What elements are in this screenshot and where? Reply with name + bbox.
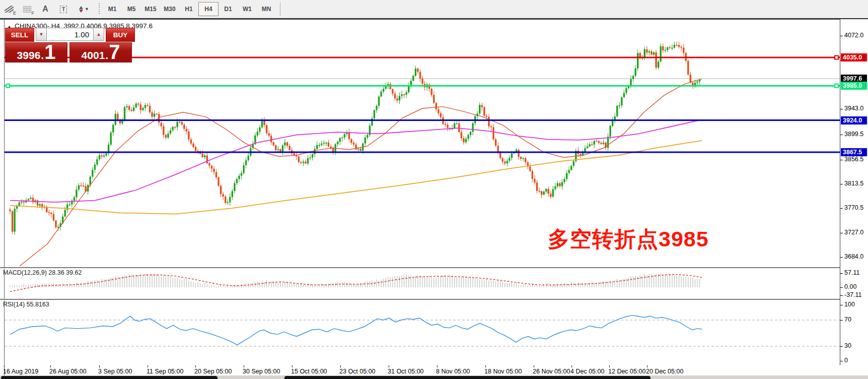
time-axis-label: 30 Sep 05:00 — [243, 368, 280, 375]
timeframe-button-h1[interactable]: H1 — [179, 3, 198, 16]
time-axis-tick — [148, 365, 148, 367]
time-axis-tick — [609, 365, 610, 367]
price-axis-label: 3899.5 — [844, 131, 863, 138]
text-label-tool-button[interactable]: A — [37, 2, 54, 16]
price-badge-3924.0: 3924.0 — [841, 116, 867, 124]
equidistant-channel-tool-button[interactable]: E — [1, 2, 18, 16]
time-axis-tick — [292, 365, 293, 367]
time-axis-tick — [340, 365, 341, 367]
time-axis-tick — [4, 365, 5, 367]
line-handle — [835, 84, 838, 88]
price-axis-label: 3770.5 — [844, 204, 863, 211]
line-handle — [835, 56, 838, 59]
price-axis-tick — [840, 208, 843, 209]
timeframe-button-m5[interactable]: M5 — [122, 3, 141, 16]
chart-window: ▲CHINA300-,H4 3992.0 4006.9 3985.8 3997.… — [0, 19, 868, 375]
buy-price-dot: . — [105, 50, 108, 60]
background-window-edge — [284, 376, 650, 379]
chart-annotation-text: 多空转折点3985 — [548, 225, 709, 254]
rsi-axis-label: 30 — [844, 342, 851, 349]
rsi-label: RSI(14) 55.8163 — [3, 301, 49, 308]
sell-price-display[interactable]: 3996 . 1 — [5, 42, 67, 62]
timeframe-button-m1[interactable]: M1 — [103, 3, 122, 16]
volume-increase-button[interactable]: ▲ — [93, 28, 104, 41]
buy-price-display[interactable]: 4001 . 7 — [69, 42, 132, 62]
price-axis-tick — [840, 184, 843, 184]
text-tool-button[interactable]: T — [55, 2, 72, 16]
time-axis-label: 26 Aug 05:00 — [49, 368, 87, 375]
rsi-axis-tick — [840, 361, 843, 361]
time-axis-tick — [485, 365, 486, 367]
sell-button[interactable]: SELL — [5, 28, 34, 42]
time-axis-tick — [437, 365, 438, 367]
mt4-terminal: E F A T ▼ M1 M5 M15 M30 H1 H4 D1 W1 MN — [0, 0, 868, 379]
time-axis-tick — [571, 365, 572, 367]
background-windows-strip — [0, 375, 868, 379]
sell-price-dot: . — [41, 50, 44, 60]
time-axis-label: 12 Dec 05:00 — [608, 368, 645, 375]
time-axis-label: 11 Sep 05:00 — [147, 368, 183, 375]
macd-axis-tick — [840, 287, 843, 288]
toolbar-separator — [99, 3, 100, 15]
rsi-axis-label: 0 — [844, 357, 848, 364]
rsi-axis-tick — [840, 305, 843, 305]
time-axis-tick — [50, 365, 51, 367]
time-axis-label: 4 Dec 05:00 — [570, 368, 604, 375]
time-axis-tick — [99, 365, 100, 367]
price-badge-3867.5: 3867.5 — [841, 148, 867, 156]
time-axis-tick — [647, 365, 647, 367]
macd-axis-label: 57.11 — [844, 269, 859, 276]
time-axis-label: 20 Dec 05:00 — [646, 368, 683, 375]
macd-axis-tick — [840, 295, 843, 296]
fibonacci-tool-button[interactable]: F — [19, 2, 36, 16]
price-axis-tick — [840, 233, 843, 233]
time-axis-tick — [534, 365, 534, 367]
price-axis-label: 3813.5 — [844, 180, 863, 187]
time-axis-label: 26 Nov 05:00 — [533, 368, 570, 375]
background-window-edge — [1, 376, 218, 379]
timeframe-button-w1[interactable]: W1 — [238, 3, 257, 16]
volume-decrease-button[interactable]: ▼ — [36, 28, 47, 41]
tool-sub-label: E — [13, 11, 16, 16]
price-axis[interactable]: 4072.04029.03943.03899.53856.53813.53770… — [840, 19, 868, 375]
tool-sub-label: F — [32, 11, 35, 16]
time-axis[interactable]: 16 Aug 201926 Aug 05:003 Sep 05:0011 Sep… — [5, 365, 840, 375]
timeframe-button-mn[interactable]: MN — [257, 3, 276, 16]
time-axis-label: 3 Sep 05:00 — [98, 368, 132, 375]
arrows-icon — [79, 6, 83, 13]
time-axis-label: 16 Aug 2019 — [3, 368, 38, 375]
price-axis-label: 4072.0 — [844, 32, 863, 39]
price-axis-tick — [840, 135, 843, 135]
buy-button[interactable]: BUY — [106, 28, 135, 42]
macd-axis-label: 0.00 — [844, 283, 856, 290]
time-axis-label: 23 Oct 05:00 — [339, 368, 376, 375]
price-axis-tick — [840, 109, 843, 109]
timeframe-button-d1[interactable]: D1 — [219, 3, 238, 16]
price-axis-tick — [840, 36, 843, 36]
rsi-axis-label: 100 — [844, 301, 855, 308]
arrows-tool-button[interactable]: ▼ — [73, 2, 95, 16]
time-axis-label: 31 Oct 05:00 — [388, 368, 424, 375]
text-label-icon: A — [42, 5, 48, 14]
macd-indicator-plot[interactable] — [5, 268, 840, 299]
volume-input[interactable]: 1.00 — [47, 28, 93, 41]
volume-stepper: ▼ 1.00 ▲ — [36, 28, 104, 41]
rsi-axis-tick — [840, 346, 843, 347]
price-badge-3985.0: 3985.0 — [841, 82, 867, 90]
macd-label: MACD(12,26,9) 28.36 39.62 — [3, 269, 82, 276]
time-axis-tick — [244, 365, 244, 367]
timeframe-button-m15[interactable]: M15 — [141, 3, 160, 16]
price-axis-tick — [840, 160, 843, 160]
rsi-axis-tick — [840, 320, 843, 321]
text-tool-icon: T — [60, 6, 67, 13]
price-axis-label: 3684.0 — [844, 253, 863, 260]
toolbar-separator — [280, 3, 280, 16]
buy-price-pips: 7 — [109, 44, 120, 60]
time-axis-label: 8 Nov 05:00 — [436, 368, 470, 375]
rsi-indicator-plot[interactable] — [5, 300, 840, 365]
fibonacci-grid-icon — [23, 6, 31, 13]
timeframe-button-m30[interactable]: M30 — [160, 3, 179, 16]
equidistant-channel-icon — [5, 6, 14, 13]
timeframe-button-h4[interactable]: H4 — [198, 2, 219, 16]
price-axis-label: 3727.0 — [844, 229, 863, 236]
